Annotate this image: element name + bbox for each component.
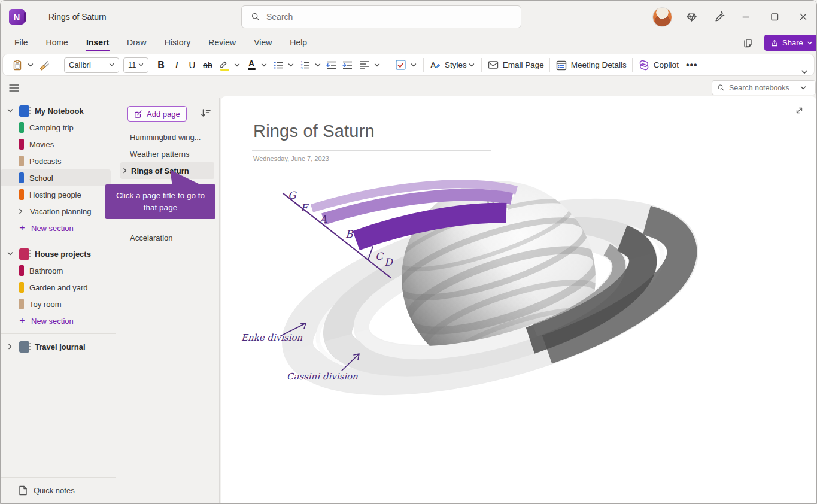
plus-icon: + — [19, 223, 26, 233]
numbered-list-button[interactable]: 123 — [297, 57, 313, 74]
font-name-select[interactable]: Cailbri — [64, 57, 119, 73]
onenote-window: { "window": { "title": "Rings of Saturn"… — [0, 0, 817, 504]
todo-tag-button[interactable] — [393, 57, 409, 74]
section-color-chip — [19, 122, 24, 133]
share-button[interactable]: Share — [764, 35, 817, 51]
account-avatar[interactable] — [652, 7, 672, 27]
todo-tag-chevron-icon[interactable] — [409, 57, 418, 74]
premium-diamond-icon[interactable] — [682, 8, 700, 25]
bold-button[interactable]: B — [153, 57, 169, 74]
paste-button[interactable] — [9, 57, 26, 74]
search-notebooks-input[interactable] — [729, 84, 796, 92]
numbered-list-chevron-icon[interactable] — [314, 57, 322, 74]
menu-file[interactable]: File — [5, 33, 37, 53]
menu-review[interactable]: Review — [199, 33, 245, 53]
menu-draw[interactable]: Draw — [118, 33, 156, 53]
chevron-down-icon[interactable] — [7, 108, 14, 113]
section-color-chip — [19, 282, 24, 293]
alignment-chevron-icon[interactable] — [373, 57, 381, 74]
font-color-chevron-icon[interactable] — [260, 57, 268, 74]
full-screen-view-icon[interactable] — [740, 35, 756, 51]
notebooks-sidebar: My Notebook Camping trip Movies Podcasts… — [1, 98, 116, 503]
sort-pages-icon[interactable] — [201, 108, 211, 118]
menu-home[interactable]: Home — [37, 33, 77, 53]
page-title[interactable]: Rings of Saturn — [253, 122, 375, 141]
size-chevron-icon — [138, 63, 144, 67]
page-item[interactable]: Weather patterns — [120, 145, 214, 162]
section-movies[interactable]: Movies — [1, 136, 111, 153]
format-painter-button[interactable] — [36, 57, 53, 74]
copilot-label: Copilot — [654, 60, 679, 69]
whats-new-pen-icon[interactable] — [710, 8, 728, 25]
meeting-details-button[interactable]: Meeting Details — [555, 59, 627, 71]
underline-button[interactable]: U — [184, 57, 200, 74]
search-input[interactable] — [266, 12, 494, 22]
notebook-travel-journal[interactable]: Travel journal — [1, 338, 111, 355]
navigation-menu-icon[interactable] — [5, 81, 22, 95]
section-camping-trip[interactable]: Camping trip — [1, 119, 111, 136]
font-size-select[interactable]: 11 — [123, 57, 148, 73]
menu-insert[interactable]: Insert — [77, 33, 118, 53]
page-canvas[interactable]: Rings of Saturn Wednesday, June 7, 2023 — [221, 96, 816, 503]
quick-notes-button[interactable]: Quick notes — [1, 477, 116, 503]
search-icon — [717, 84, 725, 92]
search-bar[interactable] — [241, 5, 521, 28]
search-notebooks-select[interactable] — [712, 80, 816, 95]
increase-indent-button[interactable] — [339, 57, 356, 74]
add-page-button[interactable]: Add page — [127, 106, 187, 122]
strikethrough-button[interactable]: ab — [200, 57, 215, 74]
section-hosting-people[interactable]: Hosting people — [1, 186, 111, 203]
copilot-button[interactable]: Copilot — [638, 59, 679, 71]
section-color-chip — [19, 189, 24, 200]
email-page-button[interactable]: Email Page — [487, 59, 544, 71]
ring-label-c: C — [375, 250, 384, 262]
saturn-drawing[interactable]: G F A B C D Enke division Cassini divisi… — [239, 168, 730, 441]
page-date: Wednesday, June 7, 2023 — [253, 155, 329, 162]
notebook-my-notebook[interactable]: My Notebook — [1, 102, 111, 119]
page-item-selected[interactable]: Rings of Saturn — [120, 162, 214, 179]
styles-label: Styles — [445, 60, 467, 69]
bullet-list-button[interactable] — [271, 57, 286, 74]
section-garden-and-yard[interactable]: Garden and yard — [1, 279, 111, 296]
styles-button[interactable]: A Styles — [429, 57, 476, 74]
minimize-button[interactable] — [737, 8, 755, 25]
menu-view[interactable]: View — [245, 33, 281, 53]
ribbon-collapse-chevron-icon[interactable] — [801, 69, 808, 75]
sidebar-divider — [1, 333, 116, 334]
highlighter-button[interactable] — [217, 57, 232, 74]
menu-help[interactable]: Help — [281, 33, 316, 53]
ring-label-g: G — [288, 189, 297, 201]
title-divider — [252, 150, 491, 151]
share-chevron-icon — [807, 41, 813, 45]
notebook-house-projects[interactable]: House projects — [1, 245, 111, 262]
section-group-vacation-planning[interactable]: Vacation planning — [1, 203, 111, 220]
section-toy-room[interactable]: Toy room — [1, 296, 111, 312]
section-school[interactable]: School — [1, 169, 111, 186]
highlighter-chevron-icon[interactable] — [233, 57, 241, 74]
svg-text:A: A — [430, 60, 436, 70]
section-podcasts[interactable]: Podcasts — [1, 153, 111, 169]
alignment-button[interactable] — [357, 57, 372, 74]
paste-chevron-icon[interactable] — [26, 57, 35, 74]
page-item[interactable]: Accelaration — [120, 229, 214, 246]
new-section-button[interactable]: + New section — [1, 312, 111, 329]
decrease-indent-button[interactable] — [323, 57, 339, 74]
font-color-button[interactable]: A — [244, 57, 259, 74]
ribbon-overflow-button[interactable]: ••• — [684, 57, 700, 74]
onenote-logo-icon: N — [9, 9, 25, 25]
section-bathroom[interactable]: Bathroom — [1, 262, 111, 279]
page-icon — [19, 485, 28, 496]
menu-history[interactable]: History — [156, 33, 200, 53]
bullet-list-chevron-icon[interactable] — [287, 57, 295, 74]
italic-button[interactable]: I — [169, 57, 184, 74]
close-button[interactable] — [794, 8, 812, 25]
sidebar-divider — [1, 241, 116, 241]
maximize-button[interactable] — [766, 8, 783, 25]
email-page-label: Email Page — [503, 60, 544, 69]
new-section-button[interactable]: + New section — [1, 220, 111, 236]
page-item[interactable]: Hummingbird wing... — [120, 129, 214, 145]
expand-page-icon[interactable] — [794, 105, 804, 116]
chevron-down-icon[interactable] — [7, 251, 14, 256]
section-color-chip — [19, 299, 24, 309]
chevron-right-icon[interactable] — [7, 344, 14, 350]
